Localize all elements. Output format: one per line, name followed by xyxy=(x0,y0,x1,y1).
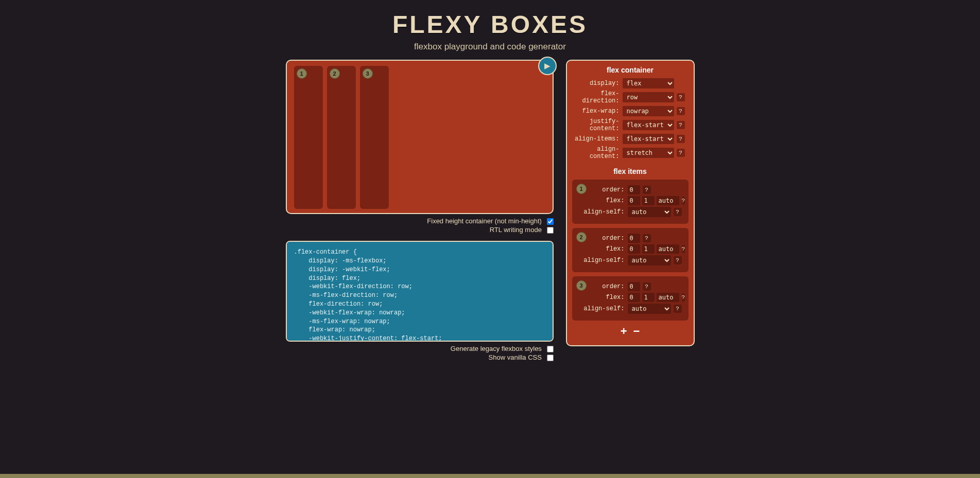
display-select[interactable]: flex xyxy=(623,78,674,88)
flex-label: flex: xyxy=(576,245,628,253)
flex-direction-select[interactable]: row xyxy=(623,92,674,102)
help-icon[interactable]: ? xyxy=(682,293,685,302)
add-item-button[interactable]: + xyxy=(621,325,627,338)
code-options: Generate legacy flexbox styles Show vani… xyxy=(286,345,554,361)
item-panel: 3order:?flex: ?align-self:auto? xyxy=(572,276,689,321)
flex-direction-label: flex-direction: xyxy=(571,90,623,104)
order-input[interactable] xyxy=(628,185,640,194)
flex-direction-row: flex-direction: row ? xyxy=(571,90,690,104)
align-content-label: align-content: xyxy=(571,146,623,160)
help-icon[interactable]: ? xyxy=(677,121,685,129)
order-row: order:? xyxy=(576,185,684,194)
item-badge: 2 xyxy=(576,232,587,242)
help-icon[interactable]: ? xyxy=(677,149,685,157)
flex-grow-input[interactable] xyxy=(628,196,640,205)
order-row: order:? xyxy=(576,234,684,243)
subtitle: flexbox playground and code generator xyxy=(0,42,980,52)
display-label: display: xyxy=(571,80,623,87)
align-self-label: align-self: xyxy=(576,257,628,264)
vanilla-checkbox[interactable] xyxy=(547,355,554,361)
container-title: flex container xyxy=(571,66,690,74)
justify-content-row: justify-content: flex-start ? xyxy=(571,118,690,132)
flex-shrink-input[interactable] xyxy=(642,293,655,302)
flex-basis-input[interactable] xyxy=(657,293,679,302)
item-badge: 1 xyxy=(297,68,307,79)
add-remove-row: + − xyxy=(571,325,690,338)
direction-arrow-button[interactable]: ▶ xyxy=(538,57,557,75)
flex-label: flex: xyxy=(576,197,628,204)
align-self-row: align-self:auto? xyxy=(576,207,684,217)
align-self-label: align-self: xyxy=(576,305,628,312)
help-icon[interactable]: ? xyxy=(643,186,651,194)
rtl-checkbox[interactable] xyxy=(547,227,554,234)
flex-preview: 1 2 3 xyxy=(286,60,554,214)
align-self-select[interactable]: auto xyxy=(628,304,671,314)
preview-item[interactable]: 1 xyxy=(294,66,323,209)
help-icon[interactable]: ? xyxy=(677,93,685,101)
fixed-height-label[interactable]: Fixed height container (not min-height) xyxy=(286,217,554,225)
align-self-select[interactable]: auto xyxy=(628,207,671,217)
flex-shrink-input[interactable] xyxy=(642,196,655,205)
flex-wrap-row: flex-wrap: nowrap ? xyxy=(571,106,690,116)
preview-options: Fixed height container (not min-height) … xyxy=(286,217,554,234)
align-self-row: align-self:auto? xyxy=(576,255,684,265)
label-text: RTL writing mode xyxy=(490,226,542,234)
flex-shrink-input[interactable] xyxy=(642,244,655,254)
logo: FLEXY BOXES xyxy=(0,10,980,39)
flex-grow-input[interactable] xyxy=(628,293,640,302)
help-icon[interactable]: ? xyxy=(682,245,685,253)
order-input[interactable] xyxy=(628,234,640,243)
code-output[interactable]: .flex-container { display: -ms-flexbox; … xyxy=(286,241,554,342)
align-items-row: align-items: flex-start ? xyxy=(571,134,690,144)
preview-item[interactable]: 2 xyxy=(327,66,356,209)
align-self-select[interactable]: auto xyxy=(628,255,671,265)
item-badge: 1 xyxy=(576,184,587,194)
footer-bar xyxy=(0,474,980,478)
remove-item-button[interactable]: − xyxy=(633,325,640,338)
fixed-height-checkbox[interactable] xyxy=(547,218,554,225)
order-input[interactable] xyxy=(628,282,640,291)
flex-row: flex: ? xyxy=(576,293,684,302)
align-content-row: align-content: stretch ? xyxy=(571,146,690,160)
item-badge: 2 xyxy=(330,68,340,79)
item-badge: 3 xyxy=(576,280,587,291)
align-items-select[interactable]: flex-start xyxy=(623,134,674,144)
main-layout: ▶ 1 2 3 Fixed height container (not min-… xyxy=(181,60,799,362)
align-self-row: align-self:auto? xyxy=(576,304,684,314)
legacy-label[interactable]: Generate legacy flexbox styles xyxy=(286,345,554,352)
flex-label: flex: xyxy=(576,294,628,301)
flex-basis-input[interactable] xyxy=(657,244,679,254)
justify-content-select[interactable]: flex-start xyxy=(623,120,674,130)
help-icon[interactable]: ? xyxy=(682,197,685,205)
label-text: Generate legacy flexbox styles xyxy=(451,345,542,352)
arrow-right-icon: ▶ xyxy=(544,61,551,70)
order-row: order:? xyxy=(576,282,684,291)
items-title: flex items xyxy=(571,167,690,175)
help-icon[interactable]: ? xyxy=(677,135,685,143)
display-row: display: flex xyxy=(571,78,690,88)
label-text: Show vanilla CSS xyxy=(489,353,542,361)
help-icon[interactable]: ? xyxy=(674,305,682,313)
flex-wrap-label: flex-wrap: xyxy=(571,108,623,115)
legacy-checkbox[interactable] xyxy=(547,346,554,352)
controls-panel: flex container display: flex flex-direct… xyxy=(566,60,695,346)
flex-wrap-select[interactable]: nowrap xyxy=(623,106,674,116)
preview-wrap: ▶ 1 2 3 xyxy=(286,60,554,214)
preview-item[interactable]: 3 xyxy=(360,66,389,209)
align-items-label: align-items: xyxy=(571,135,623,143)
rtl-label[interactable]: RTL writing mode xyxy=(286,226,554,234)
vanilla-label[interactable]: Show vanilla CSS xyxy=(286,353,554,361)
help-icon[interactable]: ? xyxy=(643,234,651,242)
flex-grow-input[interactable] xyxy=(628,244,640,254)
help-icon[interactable]: ? xyxy=(674,256,682,264)
item-panel: 2order:?flex: ?align-self:auto? xyxy=(572,228,689,272)
label-text: Fixed height container (not min-height) xyxy=(427,217,542,225)
help-icon[interactable]: ? xyxy=(643,282,651,291)
help-icon[interactable]: ? xyxy=(677,107,685,115)
align-content-select[interactable]: stretch xyxy=(623,148,674,158)
flex-row: flex: ? xyxy=(576,196,684,205)
item-badge: 3 xyxy=(363,68,373,79)
flex-basis-input[interactable] xyxy=(657,196,679,205)
item-panel: 1order:?flex: ?align-self:auto? xyxy=(572,180,689,224)
help-icon[interactable]: ? xyxy=(674,208,682,216)
